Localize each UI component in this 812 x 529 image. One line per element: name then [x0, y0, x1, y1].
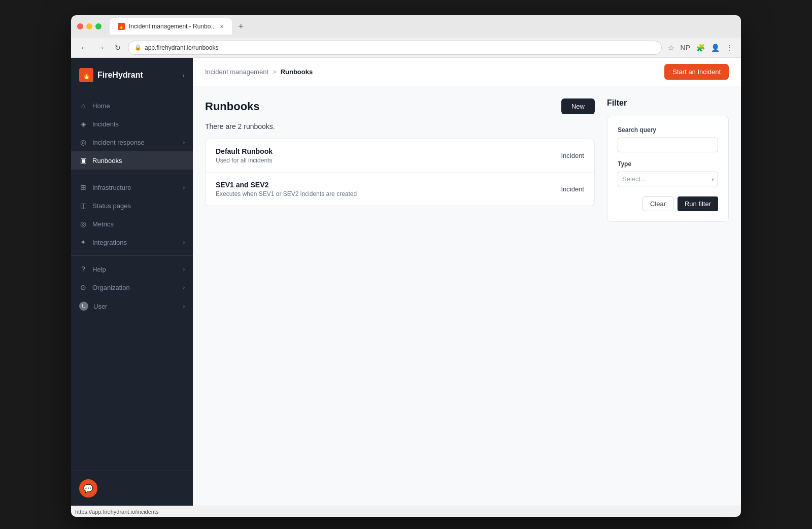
status-url: https://app.firehydrant.io/incidents	[75, 509, 158, 515]
logo-text: FireHydrant	[97, 71, 143, 80]
chevron-right-icon: ›	[183, 140, 185, 145]
chat-button[interactable]: 💬	[79, 479, 97, 498]
sidebar-item-runbooks[interactable]: ▣ Runbooks	[71, 151, 193, 170]
sidebar-item-label: User	[93, 303, 107, 310]
breadcrumb-parent[interactable]: Incident management	[205, 68, 268, 76]
runbook-name: Default Runbook	[216, 147, 561, 155]
clear-filter-button[interactable]: Clear	[642, 196, 673, 211]
avatar-icon[interactable]: 👤	[709, 42, 722, 54]
sidebar-item-organization[interactable]: ⊙ Organization ›	[71, 278, 193, 296]
address-bar[interactable]: 🔒 app.firehydrant.io/runbooks	[128, 41, 662, 55]
sidebar-item-label: Runbooks	[92, 157, 122, 164]
filter-box: Search query Type Select... Incident Ale…	[607, 116, 729, 222]
search-query-label: Search query	[618, 126, 718, 134]
nav-divider-2	[71, 255, 193, 256]
chevron-right-icon: ›	[183, 240, 185, 245]
run-filter-button[interactable]: Run filter	[678, 196, 718, 211]
sidebar-logo: 🔥 FireHydrant ‹	[71, 58, 193, 92]
table-row[interactable]: Default Runbook Used for all incidents I…	[206, 139, 594, 173]
search-input[interactable]	[618, 138, 718, 152]
new-runbook-button[interactable]: New	[561, 98, 595, 114]
breadcrumb-separator: >	[273, 68, 277, 76]
sidebar-item-label: Integrations	[92, 239, 127, 246]
sidebar-nav: ⌂ Home ◈ Incidents ◎ Incident response ›…	[71, 92, 193, 471]
sidebar-bottom: 💬	[71, 471, 193, 506]
runbooks-list: Default Runbook Used for all incidents I…	[205, 139, 595, 206]
main-content: Incident management > Runbooks Start an …	[193, 58, 741, 506]
sidebar-item-label: Organization	[92, 284, 130, 291]
infrastructure-icon: ⊞	[79, 183, 87, 191]
content-area: Runbooks New There are 2 runbooks. Defau…	[205, 98, 595, 493]
extensions-icon[interactable]: 🧩	[694, 42, 707, 54]
chevron-right-icon: ›	[183, 185, 185, 190]
back-button[interactable]: ←	[77, 42, 90, 54]
runbook-name: SEV1 and SEV2	[216, 181, 561, 189]
browser-titlebar: 🔥 Incident management - Runbo... ✕ +	[71, 15, 741, 38]
type-select[interactable]: Select... Incident Alert	[618, 172, 718, 186]
active-tab[interactable]: 🔥 Incident management - Runbo... ✕	[110, 18, 232, 35]
home-icon: ⌂	[79, 102, 87, 110]
new-tab-button[interactable]: +	[234, 21, 248, 32]
chevron-right-icon: ›	[183, 267, 185, 272]
sidebar-item-status-pages[interactable]: ◫ Status pages	[71, 196, 193, 215]
main-header: Incident management > Runbooks Start an …	[193, 58, 741, 86]
sidebar-item-incidents[interactable]: ◈ Incidents	[71, 115, 193, 133]
app-container: 🔥 FireHydrant ‹ ⌂ Home ◈ Incidents ◎ Inc…	[71, 58, 741, 506]
browser-window: 🔥 Incident management - Runbo... ✕ + ← →…	[71, 15, 741, 517]
refresh-button[interactable]: ↻	[112, 42, 124, 54]
filter-panel: Filter Search query Type Select... Incid…	[607, 98, 729, 493]
runbook-type: Incident	[561, 185, 584, 193]
sidebar-item-metrics[interactable]: ◎ Metrics	[71, 215, 193, 233]
sidebar-item-home[interactable]: ⌂ Home	[71, 96, 193, 115]
sidebar-item-label: Infrastructure	[92, 184, 131, 191]
chevron-right-icon: ›	[183, 304, 185, 309]
profile-icon[interactable]: NP	[679, 42, 692, 54]
status-pages-icon: ◫	[79, 202, 87, 210]
runbook-description: Used for all incidents	[216, 157, 561, 164]
status-bar: https://app.firehydrant.io/incidents	[71, 506, 741, 517]
user-icon: U	[79, 302, 88, 311]
runbook-info: SEV1 and SEV2 Executes when SEV1 or SEV2…	[216, 181, 561, 197]
main-body: Runbooks New There are 2 runbooks. Defau…	[193, 86, 741, 506]
bookmark-icon[interactable]: ☆	[666, 42, 676, 54]
runbooks-count: There are 2 runbooks.	[205, 122, 595, 130]
page-title-row: Runbooks New	[205, 98, 595, 114]
lock-icon: 🔒	[134, 44, 142, 51]
sidebar-item-label: Status pages	[92, 202, 131, 210]
type-label: Type	[618, 160, 718, 168]
maximize-traffic-light[interactable]	[95, 23, 101, 29]
tab-bar: 🔥 Incident management - Runbo... ✕ +	[110, 18, 735, 35]
sidebar-toggle-icon[interactable]: ‹	[182, 71, 185, 79]
sidebar-item-label: Incident response	[92, 139, 145, 146]
filter-title: Filter	[607, 98, 729, 108]
type-select-wrapper: Select... Incident Alert ▾	[618, 172, 718, 186]
sidebar-item-user[interactable]: U User ›	[71, 296, 193, 316]
help-icon: ?	[79, 265, 87, 273]
minimize-traffic-light[interactable]	[86, 23, 92, 29]
menu-icon[interactable]: ⋮	[724, 42, 735, 54]
url-display: app.firehydrant.io/runbooks	[145, 44, 218, 51]
sidebar: 🔥 FireHydrant ‹ ⌂ Home ◈ Incidents ◎ Inc…	[71, 58, 193, 506]
tab-close-icon[interactable]: ✕	[220, 24, 224, 29]
sidebar-item-integrations[interactable]: ✦ Integrations ›	[71, 233, 193, 251]
sidebar-item-incident-response[interactable]: ◎ Incident response ›	[71, 133, 193, 151]
breadcrumb: Incident management > Runbooks	[205, 68, 313, 76]
toolbar-actions: ☆ NP 🧩 👤 ⋮	[666, 42, 735, 54]
incident-response-icon: ◎	[79, 138, 87, 146]
runbooks-icon: ▣	[79, 156, 87, 164]
logo-icon: 🔥	[79, 68, 93, 82]
table-row[interactable]: SEV1 and SEV2 Executes when SEV1 or SEV2…	[206, 173, 594, 206]
page-title: Runbooks	[205, 100, 260, 113]
start-incident-button[interactable]: Start an Incident	[664, 64, 729, 80]
forward-button[interactable]: →	[94, 42, 108, 54]
sidebar-item-infrastructure[interactable]: ⊞ Infrastructure ›	[71, 178, 193, 196]
sidebar-item-help[interactable]: ? Help ›	[71, 260, 193, 278]
runbook-info: Default Runbook Used for all incidents	[216, 147, 561, 164]
close-traffic-light[interactable]	[77, 23, 83, 29]
filter-actions: Clear Run filter	[618, 196, 718, 211]
tab-favicon-icon: 🔥	[118, 23, 125, 30]
metrics-icon: ◎	[79, 220, 87, 228]
chevron-right-icon: ›	[183, 285, 185, 290]
nav-divider	[71, 174, 193, 174]
incidents-icon: ◈	[79, 120, 87, 128]
